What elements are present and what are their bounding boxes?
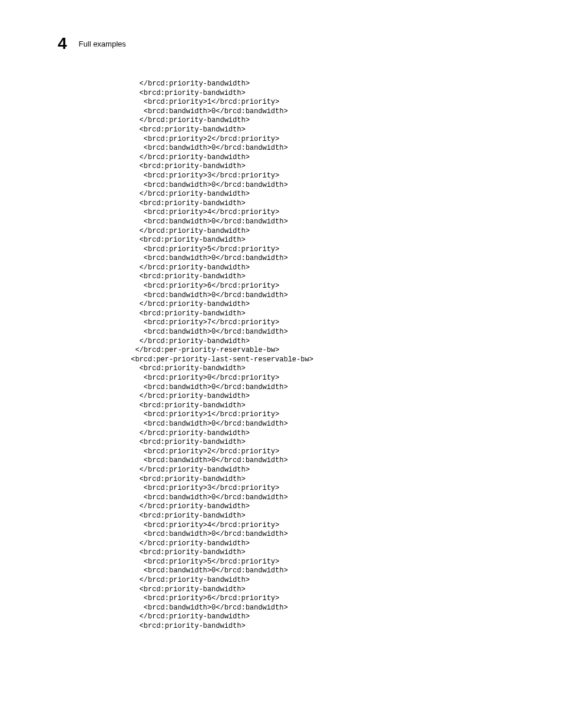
code-block: </brcd:priority-bandwidth> <brcd:priorit… [127, 80, 313, 631]
section-title: Full examples [79, 39, 126, 48]
page-header: 4 Full examples [58, 34, 126, 53]
chapter-number: 4 [58, 34, 67, 53]
